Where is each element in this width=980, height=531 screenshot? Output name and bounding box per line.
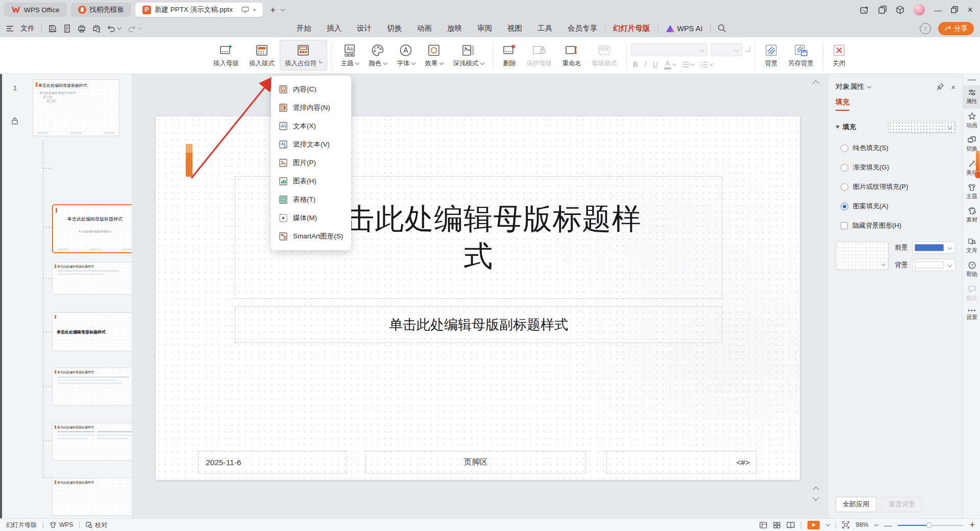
- rail-item-settings[interactable]: 设置: [963, 305, 980, 325]
- apply-all-button[interactable]: 全部应用: [836, 497, 876, 512]
- panel-close-icon[interactable]: ×: [951, 83, 955, 91]
- tab-document[interactable]: P 新建 PPTX 演示文稿.pptx: [135, 3, 263, 17]
- rail-item-help[interactable]: ? 帮助: [963, 258, 980, 282]
- multi-window-icon[interactable]: [878, 6, 887, 14]
- export-icon[interactable]: [63, 25, 71, 33]
- print-preview-icon[interactable]: [92, 25, 101, 33]
- effects-button[interactable]: 效果: [420, 40, 448, 70]
- tab-list-chevron-icon[interactable]: [281, 7, 284, 11]
- menu-transition[interactable]: 切换: [379, 23, 409, 33]
- footer-placeholder[interactable]: 页脚区: [365, 451, 586, 474]
- menu-slide-master[interactable]: 幻灯片母版: [605, 23, 658, 33]
- insert-placeholder-button[interactable]: 插入占位符: [280, 40, 327, 70]
- tab-docer[interactable]: 找稻壳模板: [71, 3, 132, 17]
- fit-slide-icon[interactable]: [842, 521, 849, 528]
- content-layout-thumbnail[interactable]: 单击此处编辑母版标题样式: [52, 262, 138, 295]
- normal-view-icon[interactable]: [760, 522, 767, 528]
- colors-button[interactable]: 颜色: [364, 40, 392, 70]
- menu-item-vertical-content[interactable]: 竖排内容(N): [271, 99, 351, 117]
- next-slide-icon[interactable]: [813, 494, 819, 501]
- menu-item-text[interactable]: A 文本(X): [271, 117, 351, 135]
- zoom-slider[interactable]: [898, 522, 963, 528]
- restore-button[interactable]: [951, 6, 958, 13]
- menu-animation[interactable]: 动画: [409, 23, 439, 33]
- background-button[interactable]: 背景: [760, 40, 783, 70]
- solid-fill-radio[interactable]: [841, 144, 848, 152]
- inserted-placeholder-bar[interactable]: [186, 144, 192, 177]
- share-button[interactable]: 分享: [938, 22, 974, 35]
- rename-button[interactable]: 重命名: [557, 40, 587, 70]
- menu-item-media[interactable]: 媒体(M): [271, 209, 351, 227]
- status-proofing[interactable]: 校对: [86, 521, 107, 529]
- shade-mode-button[interactable]: 深浅模式: [448, 40, 489, 70]
- gradient-fill-option[interactable]: 渐变填充(G): [841, 163, 963, 172]
- zoom-slider-knob[interactable]: [926, 522, 932, 528]
- rail-scroll-indicator[interactable]: [976, 151, 979, 173]
- menu-item-content[interactable]: 内容(C): [271, 80, 351, 99]
- panel-title-chevron-icon[interactable]: [867, 84, 871, 88]
- menu-wps-ai[interactable]: WPS AI: [658, 25, 710, 33]
- menu-member[interactable]: 会员专享: [560, 23, 605, 33]
- minimize-button[interactable]: —: [934, 6, 942, 14]
- solid-fill-option[interactable]: 纯色填充(S): [841, 143, 963, 153]
- subtitle-placeholder[interactable]: 单击此处编辑母版副标题样式: [235, 306, 722, 343]
- user-avatar[interactable]: [914, 4, 925, 15]
- hide-background-checkbox[interactable]: [841, 222, 848, 229]
- menu-view[interactable]: 视图: [500, 23, 530, 33]
- slide-sorter-icon[interactable]: [773, 522, 780, 528]
- hide-background-option[interactable]: 隐藏背景图形(H): [841, 221, 963, 230]
- undo-icon[interactable]: [107, 25, 115, 32]
- monitor-icon[interactable]: [241, 7, 249, 13]
- two-content-layout-thumbnail[interactable]: 单击此处编辑母版标题样式: [52, 368, 138, 405]
- tab-wps-office[interactable]: WPS Office: [4, 3, 67, 17]
- zoom-percent[interactable]: 98%: [855, 521, 868, 528]
- rail-item-assets[interactable]: 素材: [963, 204, 980, 227]
- fill-style-select[interactable]: [888, 121, 955, 133]
- hamburger-icon[interactable]: [6, 26, 14, 32]
- components-cube-icon[interactable]: [896, 6, 904, 14]
- rail-item-properties[interactable]: 属性: [963, 85, 980, 109]
- theme-button[interactable]: Aa 主题: [336, 40, 364, 70]
- save-background-button[interactable]: 另存背景: [783, 40, 819, 70]
- pattern-preview-select[interactable]: [836, 242, 889, 270]
- section-layout-thumbnail[interactable]: 单击此处编辑母版标题样式: [52, 312, 138, 351]
- pattern-fill-option[interactable]: 图案填充(A): [841, 202, 963, 211]
- zoom-in-button[interactable]: +: [969, 520, 975, 530]
- reading-view-icon[interactable]: [787, 522, 795, 528]
- status-wps-theme[interactable]: WPS: [50, 521, 73, 528]
- menu-tools[interactable]: 工具: [530, 23, 560, 33]
- undo-chevron-icon[interactable]: [117, 26, 121, 29]
- background-color-select[interactable]: [912, 259, 955, 271]
- menu-home[interactable]: 开始: [289, 23, 319, 33]
- menu-item-smartart[interactable]: SmartArt图形(S): [271, 227, 351, 246]
- play-options-chevron-icon[interactable]: [826, 522, 829, 526]
- file-menu[interactable]: 文件: [20, 24, 35, 33]
- new-tab-button[interactable]: +: [270, 5, 276, 15]
- rail-item-theme[interactable]: 主题: [963, 180, 980, 204]
- print-icon[interactable]: [78, 25, 86, 33]
- insert-master-button[interactable]: 插入母版: [208, 40, 244, 70]
- pin-icon[interactable]: [936, 83, 944, 90]
- close-window-button[interactable]: ×: [967, 5, 973, 15]
- master-slide-thumbnail[interactable]: 单击此处编辑母版标题样式 单击此处编辑母版文本样式 第二级 第三级: [33, 79, 119, 136]
- menu-design[interactable]: 设计: [349, 23, 379, 33]
- gradient-fill-radio[interactable]: [841, 164, 848, 172]
- menu-slideshow[interactable]: 放映: [439, 23, 470, 33]
- title-only-layout-thumbnail[interactable]: 单击此处编辑母版标题样式: [52, 478, 138, 516]
- play-slideshow-button[interactable]: [807, 521, 820, 529]
- menu-review[interactable]: 审阅: [470, 23, 500, 33]
- rail-item-animation[interactable]: 动画: [963, 109, 980, 133]
- zoom-out-button[interactable]: —: [884, 521, 892, 529]
- collapse-panel-button[interactable]: —: [963, 74, 980, 85]
- scroll-up-icon[interactable]: [813, 80, 819, 87]
- fill-tab[interactable]: 填充: [836, 98, 849, 111]
- date-placeholder[interactable]: 2025-11-6: [198, 451, 347, 474]
- foreground-color-select[interactable]: [912, 242, 955, 254]
- save-icon[interactable]: [48, 25, 57, 33]
- slides-panel-scrollbar[interactable]: [0, 74, 2, 518]
- close-master-button[interactable]: 关闭: [827, 40, 851, 70]
- dialog-launcher-icon[interactable]: [745, 47, 750, 52]
- zoom-chevron-icon[interactable]: [874, 522, 878, 526]
- slide-editing-area[interactable]: 单击此处编辑母版标题样 式 单击此处编辑母版副标题样式 2025-11-6 页脚…: [156, 116, 800, 480]
- fonts-button[interactable]: 字体: [392, 40, 420, 70]
